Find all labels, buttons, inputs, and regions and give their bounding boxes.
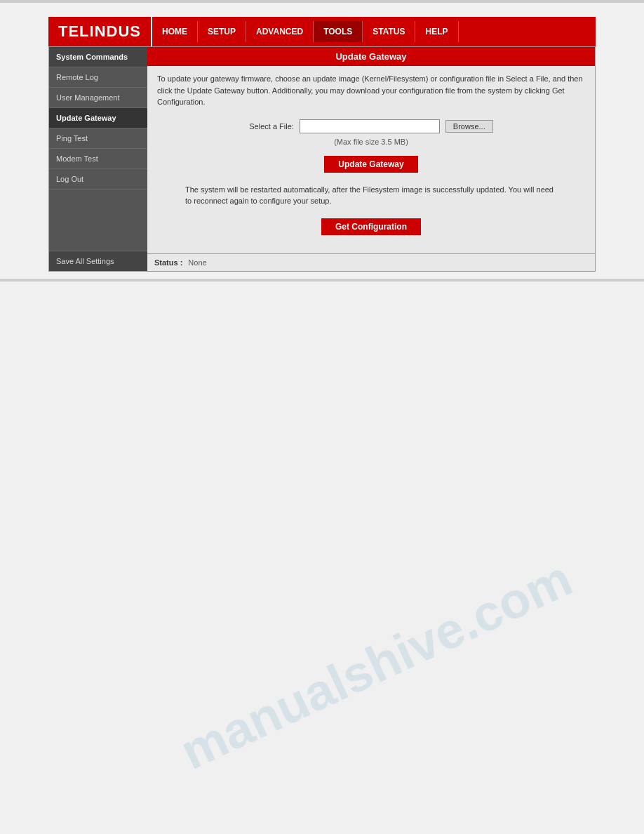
get-config-btn-row: Get Configuration [157, 218, 585, 235]
content-area: Update Gateway To update your gateway fi… [147, 47, 595, 271]
nav-bar: HOME SETUP ADVANCED TOOLS STATUS HELP [151, 17, 596, 46]
nav-setup[interactable]: SETUP [198, 21, 246, 42]
sidebar-item-log-out[interactable]: Log Out [49, 169, 147, 190]
sidebar-header: System Commands [49, 47, 147, 67]
description-text: To update your gateway firmware, choose … [157, 73, 585, 108]
nav-tools[interactable]: TOOLS [314, 21, 363, 42]
sidebar: System Commands Remote Log User Manageme… [49, 47, 147, 271]
nav-advanced[interactable]: ADVANCED [246, 21, 314, 42]
status-value: None [188, 258, 206, 267]
sidebar-save-all[interactable]: Save All Settings [49, 251, 147, 271]
sidebar-item-update-gateway[interactable]: Update Gateway [49, 108, 147, 128]
file-size-note: (Max file size 3.5 MB) [157, 138, 585, 146]
sidebar-item-modem-test[interactable]: Modem Test [49, 149, 147, 169]
sidebar-item-ping-test[interactable]: Ping Test [49, 128, 147, 149]
nav-help[interactable]: HELP [415, 21, 458, 42]
get-configuration-button[interactable]: Get Configuration [321, 218, 421, 235]
watermark: manualshive.com [172, 549, 580, 781]
browse-button[interactable]: Browse... [445, 120, 493, 133]
content-title: Update Gateway [147, 47, 595, 66]
brand-logo: TELiNDUS [58, 22, 141, 41]
update-btn-row: Update Gateway [157, 156, 585, 173]
update-gateway-button[interactable]: Update Gateway [324, 156, 417, 173]
header: TELiNDUS HOME SETUP ADVANCED TOOLS STATU… [48, 17, 596, 46]
nav-status[interactable]: STATUS [363, 21, 415, 42]
file-select-row: Select a File: Browse... [157, 119, 585, 133]
logo-area: TELiNDUS [48, 17, 151, 46]
nav-home[interactable]: HOME [152, 21, 198, 42]
top-border [0, 0, 644, 3]
status-bar: Status : None [147, 253, 595, 271]
file-input[interactable] [300, 119, 440, 133]
sidebar-item-remote-log[interactable]: Remote Log [49, 67, 147, 88]
main-layout: System Commands Remote Log User Manageme… [48, 46, 596, 272]
restart-notice: The system will be restarted automatical… [157, 184, 585, 207]
sidebar-item-user-management[interactable]: User Management [49, 88, 147, 108]
bottom-border [0, 279, 644, 282]
file-select-label: Select a File: [249, 122, 294, 131]
status-label: Status : [154, 258, 182, 267]
content-body: To update your gateway firmware, choose … [147, 66, 595, 253]
